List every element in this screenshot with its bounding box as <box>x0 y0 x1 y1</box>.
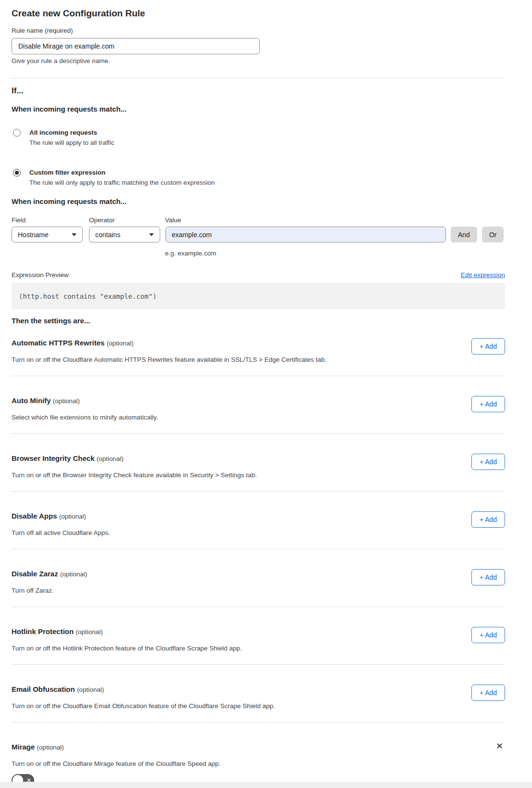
radio-selected-icon[interactable] <box>13 169 21 177</box>
rule-name-input[interactable] <box>12 38 260 54</box>
setting-title-row: Disable Apps (optional) <box>12 511 505 521</box>
setting-browser-integrity-check: Browser Integrity Check (optional) Turn … <box>12 434 505 492</box>
setting-title: Mirage <box>12 743 35 751</box>
builder-heading: When incoming requests match... <box>12 197 505 206</box>
optional-label: (optional) <box>60 571 87 578</box>
setting-title: Disable Apps <box>12 512 57 520</box>
setting-description: Turn on or off the Cloudflare Automatic … <box>12 356 505 364</box>
radio-label: All incoming requests <box>29 128 114 137</box>
if-heading: If... <box>12 86 505 96</box>
optional-label: (optional) <box>76 628 102 635</box>
setting-description: Turn on or off the Cloudflare Mirage fea… <box>12 760 505 768</box>
then-settings-heading: Then the settings are... <box>12 316 505 326</box>
expression-code: (http.host contains "example.com") <box>19 292 157 300</box>
setting-description: Turn off all active Cloudflare Apps. <box>12 529 505 537</box>
value-label: Value <box>165 216 181 225</box>
setting-disable-apps: Disable Apps (optional) Turn off all act… <box>12 492 505 549</box>
setting-description: Select which file extensions to minify a… <box>12 413 505 422</box>
footer-band <box>0 782 532 788</box>
builder-labels-row: Field Operator Value <box>12 216 505 225</box>
section-divider <box>12 78 505 78</box>
close-icon[interactable]: ✕ <box>496 742 503 750</box>
setting-title: Auto Minify <box>12 396 51 405</box>
radio-texts: Custom filter expression The rule will o… <box>29 168 215 187</box>
setting-description: Turn off Zaraz. <box>12 586 505 595</box>
setting-title: Email Obfuscation <box>12 685 75 693</box>
add-button[interactable]: + Add <box>471 685 505 701</box>
optional-label: (optional) <box>53 397 80 405</box>
setting-disable-zaraz: Disable Zaraz (optional) Turn off Zaraz.… <box>12 549 505 607</box>
optional-label: (optional) <box>107 340 134 347</box>
add-button[interactable]: + Add <box>471 569 505 585</box>
create-configuration-rule-page: Create new Configuration Rule Rule name … <box>0 0 532 788</box>
add-button[interactable]: + Add <box>471 627 505 643</box>
optional-label: (optional) <box>77 686 104 693</box>
rule-name-helper: Give your rule a descriptive name. <box>12 57 505 65</box>
expression-preview-label: Expression Preview <box>12 271 69 280</box>
radio-unselected-icon[interactable] <box>13 129 21 137</box>
add-button[interactable]: + Add <box>471 338 505 355</box>
setting-hotlink-protection: Hotlink Protection (optional) Turn on or… <box>12 607 505 665</box>
optional-label: (optional) <box>59 513 86 520</box>
form-content: Create new Configuration Rule Rule name … <box>0 8 532 787</box>
setting-title-row: Auto Minify (optional) <box>12 396 505 406</box>
setting-mirage: Mirage (optional) ✕ Turn on or off the C… <box>12 723 505 787</box>
setting-description: Turn on or off the Browser Integrity Che… <box>12 471 505 480</box>
operator-select[interactable]: contains <box>89 227 160 242</box>
page-title: Create new Configuration Rule <box>12 8 505 19</box>
optional-label: (optional) <box>97 455 124 462</box>
chevron-down-icon <box>72 233 76 236</box>
radio-custom-filter-expression[interactable]: Custom filter expression The rule will o… <box>12 168 505 187</box>
radio-texts: All incoming requests The rule will appl… <box>29 128 114 147</box>
match-heading: When incoming requests match... <box>12 104 505 114</box>
radio-description: The rule will apply to all traffic <box>29 139 114 147</box>
rule-name-label: Rule name (required) <box>12 26 505 35</box>
field-select-value: Hostname <box>18 231 49 239</box>
builder-controls-row: Hostname contains And Or <box>12 227 505 242</box>
setting-title-row: Email Obfuscation (optional) <box>12 685 505 695</box>
setting-title: Hotlink Protection <box>12 627 74 635</box>
operator-select-value: contains <box>95 231 120 239</box>
value-helper: e.g. example.com <box>165 249 505 258</box>
setting-title-row: Disable Zaraz (optional) <box>12 569 505 579</box>
setting-title-row: Automatic HTTPS Rewrites (optional) <box>12 338 505 348</box>
radio-label: Custom filter expression <box>29 168 215 177</box>
setting-email-obfuscation: Email Obfuscation (optional) Turn on or … <box>12 665 505 723</box>
field-label: Field <box>12 216 89 225</box>
expression-preview-row: Expression Preview Edit expression <box>12 271 505 280</box>
operator-label: Operator <box>89 216 165 225</box>
setting-automatic-https-rewrites: Automatic HTTPS Rewrites (optional) Turn… <box>12 326 505 376</box>
setting-description: Turn on or off the Cloudflare Email Obfu… <box>12 702 505 711</box>
add-button[interactable]: + Add <box>471 454 505 470</box>
radio-all-incoming-requests[interactable]: All incoming requests The rule will appl… <box>12 128 505 147</box>
setting-auto-minify: Auto Minify (optional) Select which file… <box>12 376 505 434</box>
setting-title-row: Hotlink Protection (optional) <box>12 627 505 637</box>
setting-description: Turn on or off the Hotlink Protection fe… <box>12 644 505 653</box>
radio-description: The rule will only apply to traffic matc… <box>29 178 215 187</box>
chevron-down-icon <box>149 233 154 236</box>
and-button[interactable]: And <box>451 227 477 242</box>
setting-title-row: Mirage (optional) <box>12 742 505 752</box>
setting-title: Automatic HTTPS Rewrites <box>12 339 104 347</box>
value-input[interactable] <box>165 227 446 242</box>
setting-title: Browser Integrity Check <box>12 454 95 462</box>
add-button[interactable]: + Add <box>471 511 505 528</box>
setting-title: Disable Zaraz <box>12 570 58 578</box>
edit-expression-link[interactable]: Edit expression <box>461 271 505 280</box>
setting-title-row: Browser Integrity Check (optional) <box>12 454 505 464</box>
or-button[interactable]: Or <box>482 227 504 242</box>
optional-label: (optional) <box>37 744 64 751</box>
add-button[interactable]: + Add <box>471 396 505 412</box>
field-select[interactable]: Hostname <box>12 227 83 242</box>
expression-code-block: (http.host contains "example.com") <box>12 283 505 309</box>
